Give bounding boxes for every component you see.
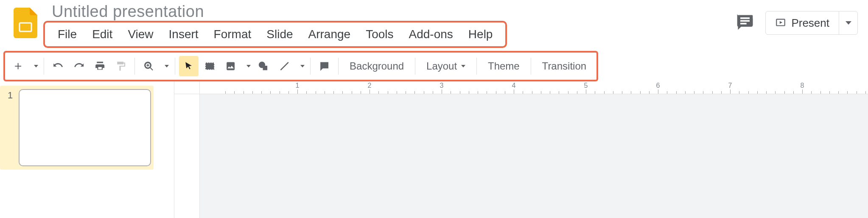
menu-edit[interactable]: Edit — [84, 25, 120, 44]
undo-button[interactable] — [48, 56, 67, 76]
slide-thumbnail-selected[interactable]: 1 — [0, 86, 154, 170]
chevron-down-icon — [300, 65, 305, 67]
separator — [310, 58, 311, 75]
theme-label: Theme — [488, 60, 520, 72]
chevron-down-icon — [846, 21, 851, 25]
svg-rect-2 — [740, 20, 750, 22]
layout-button[interactable]: Layout — [419, 56, 473, 76]
print-button[interactable] — [90, 56, 109, 76]
ruler-label: 2 — [368, 82, 372, 89]
ruler-label: 3 — [440, 82, 444, 89]
app-logo[interactable] — [8, 0, 43, 38]
background-button[interactable]: Background — [342, 56, 412, 76]
textbox-button[interactable] — [200, 56, 219, 76]
shape-button[interactable] — [254, 56, 273, 76]
toolbar-highlight: Background Layout Theme Transition — [3, 51, 598, 81]
ruler-label: 4 — [512, 82, 516, 89]
slide-thumbnail[interactable] — [19, 89, 151, 166]
ruler-label: 5 — [584, 82, 588, 89]
separator — [415, 58, 415, 75]
svg-rect-1 — [740, 17, 750, 19]
redo-button[interactable] — [70, 56, 89, 76]
svg-rect-3 — [740, 23, 747, 25]
slide-number: 1 — [8, 89, 19, 101]
chevron-down-icon — [461, 65, 465, 67]
comment-button[interactable] — [315, 56, 334, 76]
select-tool-button[interactable] — [179, 56, 198, 76]
zoom-dropdown[interactable] — [160, 56, 170, 76]
header-right: Present — [736, 11, 858, 35]
chevron-down-icon — [165, 65, 169, 67]
header: Untitled presentation File Edit View Ins… — [0, 0, 868, 51]
ruler-corner — [174, 81, 200, 94]
svg-rect-7 — [263, 66, 268, 70]
menu-tools[interactable]: Tools — [358, 25, 401, 44]
zoom-button[interactable] — [139, 56, 158, 76]
paint-format-button[interactable] — [111, 56, 130, 76]
chevron-down-icon — [246, 65, 251, 67]
transition-button[interactable]: Transition — [535, 56, 594, 76]
chevron-down-icon — [34, 65, 38, 67]
layout-label: Layout — [426, 60, 457, 72]
menu-arrange[interactable]: Arrange — [301, 25, 358, 44]
title-area: Untitled presentation File Edit View Ins… — [43, 0, 507, 48]
separator — [476, 58, 477, 75]
horizontal-ruler: 12345678 — [200, 81, 868, 94]
ruler-label: 7 — [728, 82, 732, 89]
present-button[interactable]: Present — [766, 11, 839, 34]
new-slide-button[interactable] — [8, 56, 28, 76]
ruler-label: 8 — [801, 82, 804, 89]
line-dropdown[interactable] — [296, 56, 306, 76]
line-button[interactable] — [275, 56, 294, 76]
present-button-group: Present — [765, 11, 858, 35]
image-dropdown[interactable] — [242, 56, 252, 76]
comments-icon[interactable] — [736, 13, 754, 33]
filmstrip[interactable]: 1 — [0, 81, 174, 218]
menu-addons[interactable]: Add-ons — [401, 25, 461, 44]
workspace: 1 12345678 — [0, 81, 868, 218]
separator — [531, 58, 531, 75]
separator — [175, 58, 175, 75]
canvas-area[interactable]: 12345678 — [174, 81, 868, 218]
vertical-ruler — [174, 94, 200, 218]
ruler-label: 1 — [296, 82, 300, 89]
menu-help[interactable]: Help — [461, 25, 501, 44]
separator — [44, 58, 44, 75]
menubar-highlight: File Edit View Insert Format Slide Arran… — [43, 21, 507, 48]
present-dropdown[interactable] — [839, 11, 857, 34]
menu-insert[interactable]: Insert — [161, 25, 206, 44]
menu-view[interactable]: View — [120, 25, 161, 44]
theme-button[interactable]: Theme — [480, 56, 527, 76]
menu-slide[interactable]: Slide — [259, 25, 300, 44]
menu-file[interactable]: File — [50, 25, 84, 44]
separator — [134, 58, 135, 75]
new-slide-dropdown[interactable] — [29, 56, 39, 76]
image-button[interactable] — [221, 56, 240, 76]
separator — [338, 58, 339, 75]
transition-label: Transition — [542, 60, 586, 72]
background-label: Background — [350, 60, 404, 72]
ruler-label: 6 — [656, 82, 660, 89]
document-title[interactable]: Untitled presentation — [43, 3, 507, 21]
present-label: Present — [791, 17, 829, 30]
menu-format[interactable]: Format — [206, 25, 259, 44]
